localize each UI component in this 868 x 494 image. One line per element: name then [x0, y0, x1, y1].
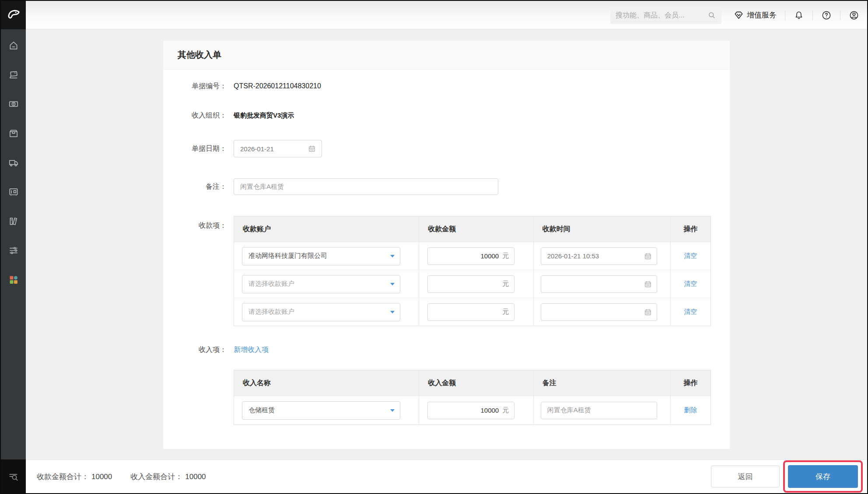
payment-account-select-1[interactable]: 准动网络科技厦门有限公司 — [242, 247, 400, 265]
payment-account-placeholder-2: 请选择收款账户 — [248, 280, 390, 288]
top-bar-actions: 增值服务 — [610, 1, 859, 29]
col-income-amount: 收入金额 — [419, 370, 534, 396]
global-search[interactable] — [610, 7, 721, 24]
payment-section: 收款项： 收款账户 收款金额 收款时间 操作 准动网络科技厦门有限公司 — [163, 216, 730, 326]
product-icon — [8, 128, 19, 139]
sidebar-item-home[interactable] — [1, 31, 26, 60]
bill-date-value: 2026-01-21 — [240, 145, 308, 153]
col-payment-action: 操作 — [671, 216, 710, 242]
back-button[interactable]: 返回 — [711, 466, 780, 487]
payment-table: 收款账户 收款金额 收款时间 操作 准动网络科技厦门有限公司 — [234, 216, 711, 326]
payment-total-value: 10000 — [91, 473, 112, 481]
income-remark-field-1[interactable] — [541, 402, 657, 419]
payment-time-picker-3[interactable] — [541, 303, 657, 321]
payment-account-select-3[interactable]: 请选择收款账户 — [242, 303, 400, 321]
payment-section-label: 收款项： — [163, 216, 227, 230]
sidebar-items — [1, 29, 26, 294]
payment-total-label: 收款金额合计： — [37, 473, 89, 481]
sidebar-item-pos[interactable] — [1, 60, 26, 89]
app-logo[interactable] — [1, 1, 26, 29]
sidebar-item-cash[interactable] — [1, 89, 26, 118]
payment-time-picker-1[interactable]: 2026-01-21 10:53 — [541, 247, 657, 265]
sidebar-nav — [1, 29, 26, 493]
save-button[interactable]: 保存 — [788, 465, 858, 488]
col-income-action: 操作 — [671, 370, 710, 396]
cash-icon — [8, 98, 19, 110]
account-button[interactable] — [849, 10, 859, 21]
payment-account-value-1: 准动网络科技厦门有限公司 — [248, 252, 390, 260]
notifications-button[interactable] — [794, 10, 804, 21]
chevron-down-icon — [390, 255, 395, 257]
bill-no-row: 单据编号： QTSR-20260121104830210 — [163, 77, 730, 95]
bill-no-label: 单据编号： — [163, 82, 227, 91]
currency-unit: 元 — [502, 280, 509, 288]
remark-input[interactable] — [240, 183, 492, 191]
currency-unit: 元 — [502, 252, 509, 260]
sidebar-item-safe[interactable] — [1, 177, 26, 206]
sidebar-item-apps[interactable] — [1, 265, 26, 294]
bell-icon — [794, 10, 804, 21]
help-button[interactable] — [821, 10, 832, 21]
app-window: 增值服务 其他收入单 单据编号： — [0, 0, 868, 494]
leopard-logo-icon — [5, 7, 22, 24]
search-icon[interactable] — [707, 11, 716, 20]
bill-date-label: 单据日期： — [163, 144, 227, 153]
home-icon — [8, 40, 19, 51]
top-bar: 增值服务 — [1, 1, 867, 29]
sidebar-item-product[interactable] — [1, 118, 26, 148]
bill-date-picker[interactable]: 2026-01-21 — [234, 140, 322, 157]
payment-time-picker-2[interactable] — [541, 275, 657, 293]
payment-amount-input-3[interactable]: 元 — [427, 303, 514, 321]
add-income-item-link[interactable]: 新增收入项 — [234, 345, 269, 355]
income-table-header: 收入名称 收入金额 备注 操作 — [234, 370, 710, 396]
col-income-name: 收入名称 — [234, 370, 419, 396]
chevron-down-icon — [390, 409, 395, 412]
payment-amount-input-2[interactable]: 元 — [427, 275, 514, 293]
calendar-icon[interactable] — [644, 252, 652, 261]
divider — [785, 10, 785, 20]
page-title: 其他收入单 — [178, 49, 221, 61]
value-added-services[interactable]: 增值服务 — [734, 10, 777, 20]
income-table-label-spacer — [163, 370, 227, 375]
bill-no-value: QTSR-20260121104830210 — [234, 82, 321, 90]
income-org-row: 收入组织： 银豹批发商贸V3演示 — [163, 107, 730, 124]
sidebar-item-report[interactable] — [1, 206, 26, 236]
pos-icon — [8, 69, 19, 80]
help-icon — [821, 10, 832, 21]
sidebar-footer-search[interactable] — [1, 459, 26, 493]
income-row-1: 仓储租赁 10000 元 — [234, 396, 710, 424]
sidebar-item-settings[interactable] — [1, 236, 26, 265]
col-payment-account: 收款账户 — [234, 216, 419, 242]
income-table: 收入名称 收入金额 备注 操作 仓储租赁 — [234, 370, 711, 425]
payment-total: 收款金额合计：10000 — [37, 472, 112, 482]
clear-row-link-3[interactable]: 清空 — [684, 308, 697, 316]
calendar-icon[interactable] — [644, 280, 652, 289]
income-amount-input-1[interactable]: 10000 元 — [427, 402, 514, 419]
income-name-select-1[interactable]: 仓储租赁 — [242, 401, 400, 420]
divider — [812, 10, 813, 20]
card-header: 其他收入单 — [163, 41, 730, 70]
income-amount-value-1: 10000 — [481, 407, 499, 414]
calendar-icon[interactable] — [644, 308, 652, 317]
payment-amount-value-1: 10000 — [481, 252, 499, 260]
delete-row-link-1[interactable]: 删除 — [684, 406, 697, 414]
payment-amount-input-1[interactable]: 10000 元 — [427, 247, 514, 265]
col-payment-amount: 收款金额 — [419, 216, 534, 242]
clear-row-link-1[interactable]: 清空 — [684, 252, 697, 260]
payment-row-3: 请选择收款账户 元 — [234, 298, 710, 326]
clear-row-link-2[interactable]: 清空 — [684, 280, 697, 288]
income-remark-input-1[interactable] — [547, 407, 651, 414]
payment-row-1: 准动网络科技厦门有限公司 10000 元 20 — [234, 242, 710, 270]
sidebar-item-delivery[interactable] — [1, 148, 26, 177]
payment-account-select-2[interactable]: 请选择收款账户 — [242, 275, 400, 293]
col-income-remark: 备注 — [534, 370, 671, 396]
payment-account-placeholder-3: 请选择收款账户 — [248, 308, 390, 316]
user-icon — [849, 10, 859, 21]
currency-unit: 元 — [502, 308, 509, 316]
income-section-label: 收入项： — [163, 345, 227, 355]
col-payment-time: 收款时间 — [534, 216, 671, 242]
calendar-icon[interactable] — [308, 144, 316, 153]
delivery-icon — [8, 157, 19, 168]
search-input[interactable] — [616, 11, 707, 19]
remark-field[interactable] — [234, 178, 498, 195]
